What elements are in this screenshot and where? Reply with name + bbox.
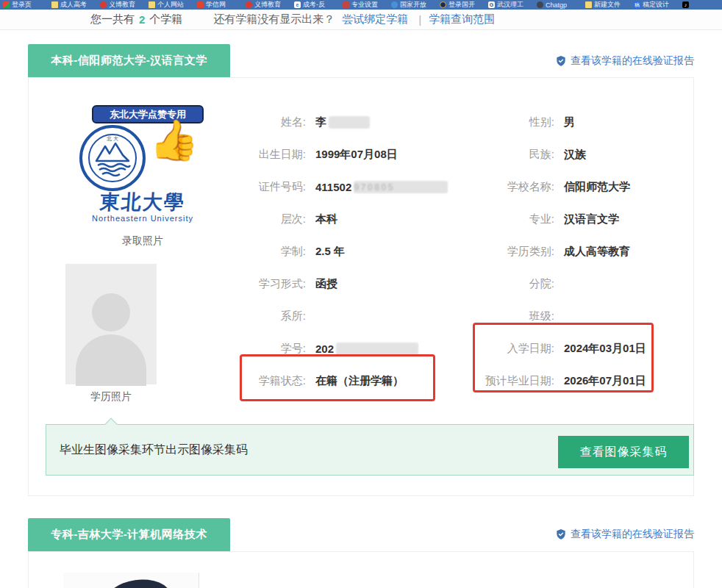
site-favicon-icon — [100, 1, 107, 8]
site-favicon-icon: 稿 — [634, 1, 640, 8]
card2-degree-tab[interactable]: 专科-吉林大学-计算机网络技术 — [28, 518, 230, 551]
avatar-head-shape — [92, 293, 130, 331]
field-label: 专业: — [464, 212, 554, 226]
card2-verification-report-link[interactable]: 查看该学籍的在线验证报告 — [555, 528, 694, 541]
field-label: 学习形式: — [236, 277, 306, 291]
site-favicon-icon — [197, 1, 204, 8]
field-label: 出生日期: — [236, 148, 306, 162]
banner-text: 毕业生图像采集环节出示图像采集码 — [60, 442, 248, 458]
neu-english-name: Northeastern University — [73, 214, 212, 223]
form-row: 姓名: 李 性别: 男 — [236, 106, 695, 138]
bookmark-item[interactable]: 个人网站 — [149, 0, 194, 10]
bookmark-label: 专业设置 — [351, 0, 378, 10]
bookmark-item[interactable]: e成考-反 — [294, 0, 340, 10]
field-label: 班级: — [464, 309, 554, 323]
card2-body — [28, 551, 694, 588]
bookmark-item[interactable]: 义博教育 — [246, 0, 291, 10]
image-collection-banner: 毕业生图像采集环节出示图像采集码 查看图像采集码 — [46, 424, 694, 476]
query-scope-link[interactable]: 学籍查询范围 — [429, 12, 495, 26]
field-value-school: 信阳师范大学 — [554, 180, 695, 194]
site-favicon-icon — [391, 1, 398, 8]
field-label: 学制: — [236, 245, 306, 259]
bookmark-label: 新建文件 — [594, 0, 621, 10]
bookmark-item[interactable]: 登录页 — [3, 0, 49, 10]
bookmark-label: 义博教育 — [254, 0, 281, 10]
bookmark-item[interactable]: 新建文件 — [585, 0, 631, 10]
link-divider: | — [418, 13, 421, 26]
browser-bookmarks-bar: 登录页 成人高考 义博教育 个人网站 学信网 义博教育 e成考-反 专业设置 国… — [0, 0, 722, 10]
bind-record-link[interactable]: 尝试绑定学籍 — [342, 12, 408, 26]
field-value-id-number: 411502970805 — [306, 181, 464, 193]
field-value-education-type: 成人高等教育 — [554, 245, 695, 259]
bookmark-label: Chatgp — [546, 1, 567, 9]
field-value-duration: 2.5 年 — [306, 245, 464, 259]
field-value-ethnicity: 汉族 — [554, 148, 695, 162]
record-count-prefix: 您一共有 — [90, 12, 135, 26]
view-collection-code-button[interactable]: 查看图像采集码 — [558, 436, 689, 468]
student-record-header: 您一共有 2 个学籍 还有学籍没有显示出来？ 尝试绑定学籍 | 学籍查询范围 — [0, 10, 722, 30]
field-label: 学历类别: — [464, 245, 554, 259]
field-label: 学号: — [236, 342, 306, 356]
field-label: 学校名称: — [464, 180, 554, 194]
site-favicon-icon — [440, 1, 446, 8]
form-row: 出生日期: 1999年07月08日 民族: 汉族 — [236, 138, 695, 171]
folder-icon — [51, 1, 58, 8]
field-value-study-form: 函授 — [306, 277, 464, 291]
field-value-name: 李 — [306, 115, 464, 129]
shield-check-icon — [555, 528, 567, 540]
bookmark-item[interactable]: G武汉理工 — [488, 0, 534, 10]
field-label: 民族: — [464, 148, 554, 162]
bookmark-item[interactable]: 稿稿定设计 — [634, 0, 679, 10]
portrait-hair-shape — [102, 576, 171, 588]
bookmark-item[interactable]: 登录国开 — [440, 0, 485, 10]
field-label: 分院: — [464, 277, 554, 291]
record-count-suffix: 个学籍 — [149, 12, 182, 26]
field-label: 性别: — [464, 115, 554, 129]
site-favicon-icon — [343, 1, 349, 8]
bookmark-item[interactable]: 义博教育 — [100, 0, 146, 10]
form-row: 学制: 2.5 年 学历类别: 成人高等教育 — [236, 235, 695, 268]
form-row: 证件号码: 411502970805 学校名称: 信阳师范大学 — [236, 171, 695, 203]
bookmark-item[interactable]: 成人高考 — [51, 0, 97, 10]
field-label: 系所: — [236, 309, 306, 323]
bookmark-label: 成考-反 — [303, 0, 325, 10]
bookmark-label: 个人网站 — [157, 0, 184, 10]
admission-photo-label: 录取照片 — [73, 234, 212, 248]
card1-verification-report-link[interactable]: 查看该学籍的在线验证报告 — [555, 54, 694, 68]
neu-calligraphy-text: 東北大學 — [72, 189, 214, 215]
card1-degree-tab[interactable]: 本科-信阳师范大学-汉语言文学 — [28, 44, 230, 77]
diploma-photo-label: 学历照片 — [41, 390, 181, 404]
bookmark-label: 成人高考 — [60, 0, 87, 10]
bookmark-label: 武汉理工 — [497, 0, 523, 10]
field-label: 层次: — [236, 212, 306, 226]
field-value-birthdate: 1999年07月08日 — [306, 148, 464, 162]
bookmark-item[interactable]: ♪ — [682, 1, 722, 8]
site-favicon-icon — [246, 1, 252, 8]
redaction-blur — [336, 343, 418, 355]
bookmark-label: 学信网 — [206, 0, 226, 10]
status-highlight-red-box — [240, 354, 435, 401]
report-link-label: 查看该学籍的在线验证报告 — [571, 54, 694, 68]
svg-text:北 大: 北 大 — [107, 136, 118, 142]
field-label: 证件号码: — [236, 180, 306, 194]
chatgpt-icon — [537, 1, 543, 8]
site-favicon-icon: G — [488, 1, 495, 8]
bookmark-item[interactable]: 专业设置 — [343, 0, 388, 10]
dates-highlight-red-box — [473, 323, 654, 392]
bookmark-item[interactable]: 国家开放 — [391, 0, 437, 10]
field-value-level: 本科 — [306, 212, 464, 226]
thumbs-up-emoji: 👍 — [149, 120, 199, 159]
folder-icon — [149, 1, 155, 8]
bookmark-label: 登录页 — [12, 0, 32, 10]
site-favicon-icon — [3, 1, 10, 8]
bookmark-label: 登录国开 — [448, 0, 475, 10]
site-favicon-icon: e — [294, 1, 301, 8]
admission-photo-image: 东北大学点赞专用 北 大 👍 東北大學 Northeastern Univers… — [73, 102, 212, 233]
record-count: 2 — [135, 13, 149, 26]
missing-record-question: 还有学籍没有显示出来？ — [213, 12, 335, 26]
field-value-student-number: 202 — [306, 343, 464, 355]
bookmark-item[interactable]: Chatgp — [537, 1, 582, 9]
field-value-gender: 男 — [554, 115, 695, 129]
bookmark-label: 义博教育 — [109, 0, 135, 10]
bookmark-item[interactable]: 学信网 — [197, 0, 243, 10]
